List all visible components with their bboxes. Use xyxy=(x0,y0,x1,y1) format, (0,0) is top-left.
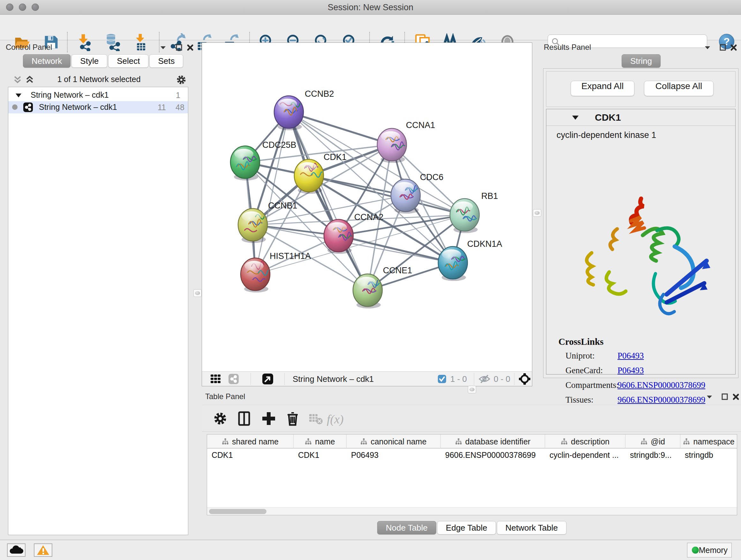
birdseye-crosshair-icon[interactable] xyxy=(519,373,531,385)
tab-style[interactable]: Style xyxy=(71,54,107,68)
table-cell[interactable]: CDK1 xyxy=(207,449,293,462)
tab-network-table[interactable]: Network Table xyxy=(497,521,566,535)
string-results-container: Expand All Collapse All CDK1 cyclin-depe… xyxy=(543,68,738,378)
collapse-all-button[interactable]: Collapse All xyxy=(644,81,714,96)
gene-section: CDK1 cyclin-dependent kinase 1 xyxy=(546,109,736,374)
status-bar: Memory xyxy=(0,540,741,560)
panel-menu-icon[interactable] xyxy=(158,43,168,52)
node-cdkn1a[interactable]: CDKN1A xyxy=(438,239,502,281)
table-cell[interactable]: CDK1 xyxy=(293,449,347,462)
network-selection-status: 1 of 1 Network selected xyxy=(3,75,195,84)
crosslink-value-link[interactable]: 9606.ENSP00000378699 xyxy=(617,380,705,390)
column-header--id[interactable]: @id xyxy=(625,435,680,449)
table-gear-icon[interactable] xyxy=(212,410,228,427)
table-cell[interactable]: P06493 xyxy=(347,449,441,462)
table-row[interactable]: CDK1CDK1P064939606.ENSP00000378699cyclin… xyxy=(207,449,737,462)
tab-network[interactable]: Network xyxy=(23,54,71,68)
node-label-ccna1: CCNA1 xyxy=(406,120,435,130)
hidden-node-edge-counts: 0 - 0 xyxy=(494,374,510,384)
results-panel-title: Results Panel xyxy=(544,43,591,51)
node-label-ccnb1: CCNB1 xyxy=(268,201,297,210)
tab-edge-table[interactable]: Edge Table xyxy=(437,521,496,535)
column-header-canonical-name[interactable]: canonical name xyxy=(347,435,441,449)
toolbar-separator xyxy=(284,373,285,385)
node-rb1[interactable]: RB1 xyxy=(450,191,498,233)
node-ccna1[interactable]: CCNA1 xyxy=(377,120,435,163)
show-columns-icon[interactable] xyxy=(236,410,253,427)
gene-description: cyclin-dependent kinase 1 xyxy=(556,130,656,140)
edge-CCNB2-CCNA1[interactable] xyxy=(289,112,392,145)
panel-menu-icon[interactable] xyxy=(704,392,714,401)
column-header-description[interactable]: description xyxy=(545,435,625,449)
function-builder-icon-disabled: f(x) xyxy=(327,412,355,429)
toolbar-separator xyxy=(474,373,474,385)
node-ccne1[interactable]: CCNE1 xyxy=(353,266,412,308)
column-header-shared-name[interactable]: shared name xyxy=(207,435,293,449)
table-tabs: Node TableEdge TableNetwork Table xyxy=(377,521,567,535)
memory-button[interactable]: Memory xyxy=(687,543,732,557)
delete-column-icon[interactable] xyxy=(284,410,301,427)
node-table[interactable]: shared namenamecanonical namedatabase id… xyxy=(207,434,737,515)
network-view-mode-icon[interactable] xyxy=(228,374,239,384)
table-cell[interactable]: stringdb:9... xyxy=(625,449,680,462)
close-panel-icon[interactable] xyxy=(185,43,195,52)
node-cdk1[interactable]: CDK1 xyxy=(294,152,347,194)
node-hist1h1a[interactable]: HIST1H1A xyxy=(241,251,311,293)
tab-node-table[interactable]: Node Table xyxy=(377,521,436,535)
edge-CCNB2-CCNE1[interactable] xyxy=(289,112,367,290)
tab-sets[interactable]: Sets xyxy=(149,54,183,68)
table-panel: Table Panel f(x) shared namenamecanonica… xyxy=(202,390,741,538)
table-cell[interactable]: 9606.ENSP00000378699 xyxy=(441,449,545,462)
grid-mode-icon[interactable] xyxy=(210,374,221,384)
float-panel-icon[interactable] xyxy=(720,392,730,401)
horizontal-scrollbar[interactable] xyxy=(207,507,737,515)
column-header-namespace[interactable]: namespace xyxy=(680,435,737,449)
crosslink-label: Compartments: xyxy=(565,380,618,390)
network-label: String Network – cdk1 xyxy=(39,103,117,112)
collection-count: 1 xyxy=(176,91,180,100)
column-header-name[interactable]: name xyxy=(293,435,347,449)
network-canvas[interactable]: CCNB2CCNA1CDC25BCDK1CDC6RB1CCNB1CCNA2CDK… xyxy=(202,43,532,371)
tab-select[interactable]: Select xyxy=(108,54,148,68)
crosslink-value-link[interactable]: P06493 xyxy=(617,351,644,361)
network-icon xyxy=(23,102,33,112)
gear-icon[interactable] xyxy=(176,74,187,85)
toolbar-separator xyxy=(251,373,251,385)
column-header-database-identifier[interactable]: database identifier xyxy=(441,435,545,449)
detach-view-icon[interactable] xyxy=(262,373,273,385)
delete-table-icon-disabled xyxy=(307,410,324,427)
float-panel-icon[interactable] xyxy=(174,43,184,52)
collapse-triangle-icon[interactable] xyxy=(15,92,22,99)
float-panel-icon[interactable] xyxy=(718,43,728,52)
node-count: 11 xyxy=(158,103,166,112)
selected-checkbox-icon[interactable] xyxy=(437,374,447,383)
crosslink-row: GeneCard:P06493 xyxy=(565,366,731,380)
window-title: Session: New Session xyxy=(0,3,741,12)
network-row-selected[interactable]: String Network – cdk1 11 48 xyxy=(8,101,188,113)
network-view-panel[interactable]: CCNB2CCNA1CDC25BCDK1CDC6RB1CCNB1CCNA2CDK… xyxy=(202,43,532,386)
panel-menu-icon[interactable] xyxy=(703,43,712,52)
collapse-triangle-icon[interactable] xyxy=(571,114,580,121)
warning-status-button[interactable] xyxy=(34,543,52,557)
close-panel-icon[interactable] xyxy=(731,392,741,401)
close-panel-icon[interactable] xyxy=(729,43,738,52)
gene-section-header[interactable]: CDK1 xyxy=(546,109,735,126)
hidden-eye-slash-icon xyxy=(478,374,490,384)
tab-string[interactable]: String xyxy=(622,54,661,68)
table-cell[interactable]: stringdb xyxy=(680,449,737,462)
title-bar: Session: New Session xyxy=(0,0,741,15)
toolbar-separator xyxy=(514,373,515,385)
warning-icon xyxy=(35,544,52,556)
left-splitter-handle[interactable] xyxy=(193,289,202,297)
right-splitter-handle[interactable] xyxy=(533,209,541,217)
scrollbar-thumb[interactable] xyxy=(209,509,266,514)
node-label-cdc25b: CDC25B xyxy=(262,140,296,150)
node-label-ccnb2: CCNB2 xyxy=(305,89,334,99)
cloud-status-button[interactable] xyxy=(7,543,25,557)
table-cell[interactable]: cyclin-dependent ... xyxy=(545,449,625,462)
add-column-icon[interactable] xyxy=(260,410,277,427)
expand-all-button[interactable]: Expand All xyxy=(570,81,634,96)
node-label-cdc6: CDC6 xyxy=(420,172,444,182)
crosslink-value-link[interactable]: P06493 xyxy=(617,366,644,375)
network-collection-row[interactable]: String Network – cdk1 1 xyxy=(8,89,188,101)
